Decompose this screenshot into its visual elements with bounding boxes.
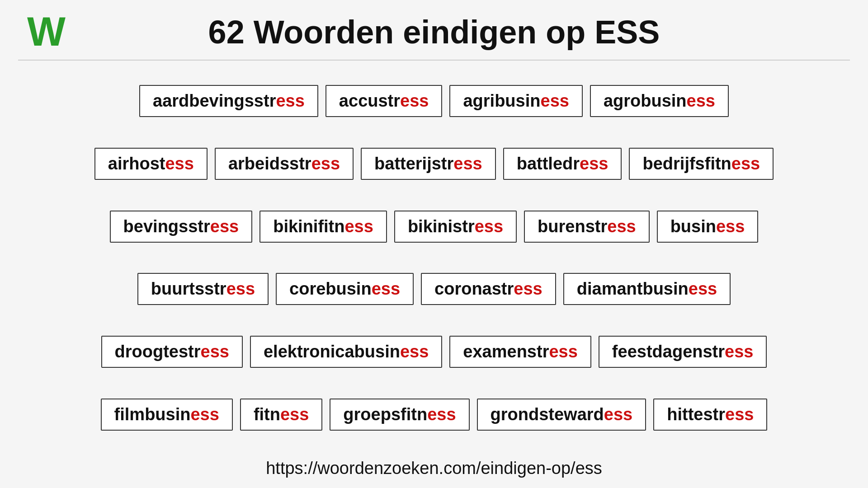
logo: W (27, 11, 66, 52)
word-box[interactable]: business (657, 211, 759, 243)
word-box[interactable]: diamantbusiness (563, 273, 731, 305)
word-row-5: filmbusinessfitnessgroepsfitnessgrondste… (101, 399, 768, 431)
word-suffix: ess (201, 342, 229, 361)
word-prefix: bikinistr (408, 217, 475, 236)
word-suffix: ess (400, 342, 429, 361)
word-prefix: burenstr (538, 217, 607, 236)
main-title: 62 Woorden eindigen op ESS (208, 14, 660, 51)
word-prefix: filmbusin (114, 405, 191, 424)
word-suffix: ess (372, 279, 400, 298)
word-box[interactable]: agribusiness (449, 85, 582, 117)
word-prefix: arbeidsstr (228, 154, 311, 173)
word-prefix: feestdagenstr (612, 342, 725, 361)
word-prefix: battledr (517, 154, 580, 173)
word-prefix: groepsfitn (343, 405, 427, 424)
word-suffix: ess (226, 279, 255, 298)
word-box[interactable]: coronastress (421, 273, 556, 305)
word-box[interactable]: filmbusiness (101, 399, 233, 431)
word-box[interactable]: examenstress (449, 336, 591, 368)
word-box[interactable]: bedrijfsfitness (629, 148, 774, 180)
word-suffix: ess (580, 154, 608, 173)
word-prefix: corebusin (289, 279, 372, 298)
word-box[interactable]: fitness (240, 399, 322, 431)
word-suffix: ess (514, 279, 542, 298)
word-suffix: ess (716, 217, 745, 236)
word-box[interactable]: bikinistress (394, 211, 517, 243)
word-box[interactable]: accustress (326, 85, 443, 117)
word-prefix: grondsteward (491, 405, 604, 424)
word-suffix: ess (190, 405, 219, 424)
word-prefix: hittestr (667, 405, 725, 424)
word-prefix: busin (670, 217, 716, 236)
word-suffix: ess (400, 91, 429, 110)
word-row-1: airhostessarbeidsstressbatterijstressbat… (94, 148, 774, 180)
word-suffix: ess (541, 91, 569, 110)
word-prefix: accustr (339, 91, 400, 110)
word-prefix: agrobusin (604, 91, 687, 110)
footer-url: https://woordenzoeken.com/eindigen-op/es… (0, 450, 868, 488)
word-prefix: bikinifitn (273, 217, 344, 236)
word-prefix: bevingsstr (123, 217, 210, 236)
word-box[interactable]: groepsfitness (330, 399, 469, 431)
word-row-3: buurtsstresscorebusinesscoronastressdiam… (137, 273, 731, 305)
word-box[interactable]: corebusiness (276, 273, 414, 305)
word-box[interactable]: elektronicabusiness (250, 336, 442, 368)
word-box[interactable]: aardbevingsstress (139, 85, 318, 117)
word-row-2: bevingsstressbikinifitnessbikinistressbu… (110, 211, 759, 243)
word-box[interactable]: batterijstress (361, 148, 496, 180)
words-container: aardbevingsstressaccustressagribusinessa… (0, 61, 868, 450)
word-box[interactable]: hittestress (653, 399, 767, 431)
word-box[interactable]: burenstress (524, 211, 650, 243)
word-suffix: ess (687, 91, 715, 110)
word-box[interactable]: arbeidsstress (215, 148, 354, 180)
word-prefix: droogtestr (115, 342, 201, 361)
word-suffix: ess (280, 405, 309, 424)
word-box[interactable]: agrobusiness (590, 85, 729, 117)
word-suffix: ess (311, 154, 340, 173)
word-prefix: agribusin (463, 91, 540, 110)
word-prefix: elektronicabusin (264, 342, 400, 361)
word-box[interactable]: battledress (503, 148, 622, 180)
word-prefix: airhost (108, 154, 165, 173)
word-row-4: droogtestresselektronicabusinessexamenst… (101, 336, 767, 368)
word-suffix: ess (475, 217, 503, 236)
word-box[interactable]: grondstewardess (477, 399, 646, 431)
word-prefix: buurtsstr (151, 279, 226, 298)
word-prefix: coronastr (434, 279, 514, 298)
word-suffix: ess (276, 91, 304, 110)
word-suffix: ess (165, 154, 193, 173)
word-box[interactable]: airhostess (94, 148, 208, 180)
word-suffix: ess (607, 217, 636, 236)
word-box[interactable]: feestdagenstress (599, 336, 767, 368)
header: W 62 Woorden eindigen op ESS (0, 0, 868, 60)
word-suffix: ess (725, 342, 753, 361)
word-prefix: batterijstr (374, 154, 453, 173)
word-suffix: ess (549, 342, 577, 361)
word-prefix: examenstr (463, 342, 549, 361)
word-suffix: ess (210, 217, 239, 236)
word-suffix: ess (731, 154, 760, 173)
word-suffix: ess (725, 405, 754, 424)
word-box[interactable]: droogtestress (101, 336, 243, 368)
word-prefix: aardbevingsstr (153, 91, 276, 110)
word-suffix: ess (689, 279, 717, 298)
word-suffix: ess (344, 217, 373, 236)
word-row-0: aardbevingsstressaccustressagribusinessa… (139, 85, 729, 117)
word-box[interactable]: bevingsstress (110, 211, 253, 243)
word-suffix: ess (453, 154, 482, 173)
word-prefix: diamantbusin (577, 279, 689, 298)
word-suffix: ess (427, 405, 456, 424)
word-prefix: bedrijfsfitn (642, 154, 731, 173)
word-prefix: fitn (254, 405, 280, 424)
word-suffix: ess (604, 405, 632, 424)
word-box[interactable]: buurtsstress (137, 273, 269, 305)
word-box[interactable]: bikinifitness (259, 211, 387, 243)
